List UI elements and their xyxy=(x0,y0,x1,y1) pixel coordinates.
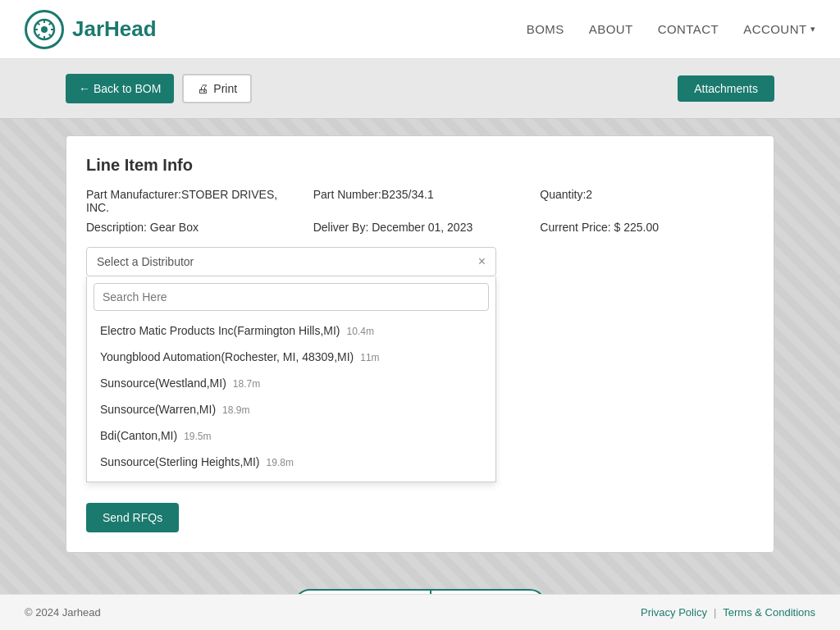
part-number: Part Number:B235/34.1 xyxy=(313,188,527,214)
nav-account[interactable]: ACCOUNT ▾ xyxy=(743,22,815,36)
quantity: Quantity:2 xyxy=(540,188,754,214)
privacy-policy-link[interactable]: Privacy Policy xyxy=(641,606,707,619)
main-container: Line Item Info Part Manufacturer:STOBER … xyxy=(0,119,840,569)
footer-links: Privacy Policy | Terms & Conditions xyxy=(641,606,815,619)
description: Description: Gear Box xyxy=(86,221,300,234)
nav-links: BOMS ABOUT CONTACT ACCOUNT ▾ xyxy=(527,22,815,36)
nav-contact[interactable]: CONTACT xyxy=(658,22,719,36)
print-button[interactable]: 🖨 Print xyxy=(182,74,252,103)
distributor-search-input[interactable] xyxy=(94,283,489,311)
footer: © 2024 Jarhead Privacy Policy | Terms & … xyxy=(0,594,840,630)
distributor-item-5[interactable]: Sunsource(Sterling Heights,MI) 19.8m xyxy=(87,449,495,475)
distributor-dropdown-header[interactable]: Select a Distributor × xyxy=(86,247,496,276)
footer-separator: | xyxy=(714,606,716,619)
svg-line-6 xyxy=(38,22,40,25)
logo-text: JarHead xyxy=(72,16,157,42)
line-item-card: Line Item Info Part Manufacturer:STOBER … xyxy=(66,135,774,553)
distributor-item-2[interactable]: Sunsource(Westland,MI) 18.7m xyxy=(87,370,495,396)
deliver-by: Deliver By: December 01, 2023 xyxy=(313,221,527,234)
nav-about[interactable]: ABOUT xyxy=(589,22,633,36)
distributor-item-1[interactable]: Youngblood Automation(Rochester, MI, 483… xyxy=(87,344,495,370)
distributor-dropdown-list: Electro Matic Products Inc(Farmington Hi… xyxy=(86,276,496,482)
terms-conditions-link[interactable]: Terms & Conditions xyxy=(723,606,815,619)
distributor-item-4[interactable]: Bdi(Canton,MI) 19.5m xyxy=(87,422,495,449)
footer-copyright: © 2024 Jarhead xyxy=(25,606,101,619)
attachments-button[interactable]: Attachments xyxy=(678,75,774,102)
dropdown-close-icon[interactable]: × xyxy=(478,254,486,269)
info-grid: Part Manufacturer:STOBER DRIVES, INC. Pa… xyxy=(86,188,754,234)
logo-area: JarHead xyxy=(25,10,527,49)
svg-line-9 xyxy=(38,34,40,36)
send-rfqs-button[interactable]: Send RFQs xyxy=(86,503,179,532)
nav-boms[interactable]: BOMS xyxy=(527,22,564,36)
account-chevron-icon: ▾ xyxy=(810,24,815,34)
svg-point-1 xyxy=(41,26,48,33)
distributor-item-0[interactable]: Electro Matic Products Inc(Farmington Hi… xyxy=(87,317,495,344)
svg-line-8 xyxy=(49,22,52,25)
distributor-dropdown-container: Select a Distributor × Electro Matic Pro… xyxy=(86,247,496,477)
current-price: Current Price: $ 225.00 xyxy=(540,221,754,234)
print-icon: 🖨 xyxy=(197,82,208,95)
part-manufacturer: Part Manufacturer:STOBER DRIVES, INC. xyxy=(86,188,300,214)
distributor-list-scrollable: Electro Matic Products Inc(Farmington Hi… xyxy=(87,317,495,482)
card-title: Line Item Info xyxy=(86,156,754,175)
distributor-item-6[interactable]: Carlson Dimond Wright(Chesterfield,MI) 2… xyxy=(87,475,495,482)
toolbar: ← Back to BOM 🖨 Print Attachments xyxy=(0,59,840,119)
back-to-bom-button[interactable]: ← Back to BOM xyxy=(66,74,174,103)
svg-line-7 xyxy=(49,34,52,36)
toolbar-left: ← Back to BOM 🖨 Print xyxy=(66,74,252,103)
logo-icon xyxy=(25,10,64,49)
navbar: JarHead BOMS ABOUT CONTACT ACCOUNT ▾ xyxy=(0,0,840,59)
distributor-item-3[interactable]: Sunsource(Warren,MI) 18.9m xyxy=(87,396,495,422)
